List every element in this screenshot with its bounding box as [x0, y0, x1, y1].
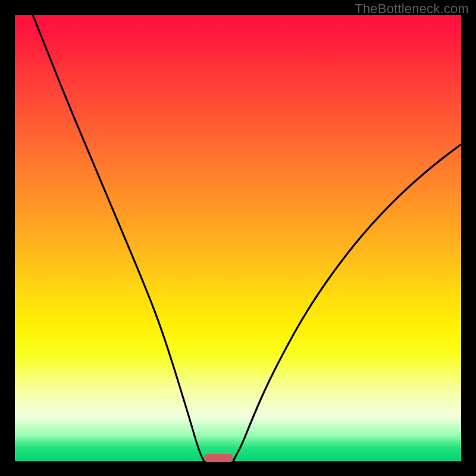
chart-frame [15, 15, 461, 461]
right-curve-path [233, 145, 461, 462]
left-curve-path [33, 15, 204, 461]
chart-svg [15, 15, 461, 461]
baseline-marker [204, 454, 233, 462]
